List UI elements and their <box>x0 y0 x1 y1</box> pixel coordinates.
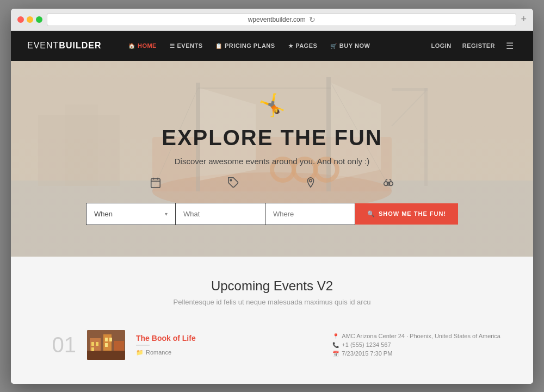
search-icon: 🔍 <box>367 210 375 217</box>
address-icon: 📍 <box>332 333 339 339</box>
section-header: Upcoming Events V2 Pellentesque id felis… <box>44 278 500 306</box>
hero-section: 🤸 EXPLORE THE FUN Discover awesome event… <box>11 61 533 257</box>
nav-link-events[interactable]: ☰ EVENTS <box>164 39 208 52</box>
hero-title: EXPLORE THE FUN <box>162 126 382 150</box>
event-title[interactable]: The Book of Life <box>136 334 322 343</box>
svg-rect-35 <box>105 338 108 341</box>
where-input[interactable] <box>265 203 355 225</box>
nav-label-events: EVENTS <box>177 42 202 49</box>
cart-icon: 🛒 <box>330 43 337 49</box>
hero-content: 🤸 EXPLORE THE FUN Discover awesome event… <box>162 92 382 166</box>
nav-item-home[interactable]: 🏠 HOME <box>123 39 162 52</box>
new-tab-button[interactable]: + <box>521 14 527 25</box>
nav-link-home[interactable]: 🏠 HOME <box>123 39 162 52</box>
date-text: 7/23/2015 7:30 PM <box>342 350 392 357</box>
phone-text: +1 (555) 1234 567 <box>342 341 391 348</box>
event-address: 📍 AMC Arizona Center 24 · Phoenix, Unite… <box>332 333 500 339</box>
search-bar: When ▾ 🔍 SHOW ME THE FUN! <box>86 203 458 225</box>
svg-rect-26 <box>387 182 390 185</box>
nav-label-home: HOME <box>138 42 157 49</box>
svg-point-23 <box>310 179 312 182</box>
nav-label-pages: PAGES <box>295 42 317 49</box>
event-date: 📅 7/23/2015 7:30 PM <box>332 350 500 357</box>
tag-icon-item <box>227 177 239 189</box>
tag-icon <box>227 177 239 189</box>
nav-item-events[interactable]: ☰ EVENTS <box>164 39 208 52</box>
svg-rect-37 <box>105 343 108 347</box>
location-icon <box>305 177 317 189</box>
event-thumbnail <box>87 330 125 360</box>
person-icon: 🤸 <box>162 92 382 118</box>
event-number: 01 <box>44 333 76 357</box>
svg-rect-14 <box>65 104 98 186</box>
home-icon: 🏠 <box>128 43 135 49</box>
svg-rect-32 <box>91 342 94 346</box>
nav-extras: LOGIN REGISTER ☰ <box>428 39 517 53</box>
calendar-icon-item <box>150 177 162 189</box>
nav-item-buynow[interactable]: 🛒 BUY NOW <box>325 39 375 52</box>
when-label: When <box>94 210 113 218</box>
dot-yellow[interactable] <box>27 16 33 23</box>
what-input[interactable] <box>176 203 265 225</box>
svg-point-22 <box>230 179 232 181</box>
svg-rect-16 <box>392 88 428 91</box>
search-button[interactable]: 🔍 SHOW ME THE FUN! <box>355 203 458 225</box>
event-meta: 📍 AMC Arizona Center 24 · Phoenix, Unite… <box>332 333 500 357</box>
location-icon-item <box>305 177 317 189</box>
svg-rect-18 <box>151 178 160 188</box>
brand-logo: EVENTBUILDER <box>27 41 101 51</box>
navbar: EVENTBUILDER 🏠 HOME ☰ EVENTS 📋 PRICING P… <box>11 31 533 61</box>
hamburger-icon[interactable]: ☰ <box>503 39 517 53</box>
nav-login[interactable]: LOGIN <box>428 40 454 51</box>
pages-icon: ★ <box>288 43 294 49</box>
hero-subtitle: Discover awesome events around you. And … <box>162 157 382 166</box>
svg-rect-34 <box>91 347 94 351</box>
address-bar[interactable]: wpeventbuilder.com ↻ <box>47 13 516 26</box>
event-divider <box>136 345 150 346</box>
dot-green[interactable] <box>36 16 42 23</box>
search-button-label: SHOW ME THE FUN! <box>379 210 446 217</box>
address-text: AMC Arizona Center 24 · Phoenix, United … <box>342 333 500 339</box>
table-row: 01 The Book of Life <box>44 322 500 368</box>
section-subtitle: Pellentesque id felis ut neque malesuada… <box>44 298 500 306</box>
event-info: The Book of Life 📁 Romance <box>136 334 322 356</box>
svg-rect-15 <box>424 88 428 186</box>
nav-label-buynow: BUY NOW <box>339 42 370 49</box>
nav-item-pricing[interactable]: 📋 PRICING PLANS <box>210 39 280 52</box>
section-title: Upcoming Events V2 <box>44 278 500 294</box>
nav-label-pricing: PRICING PLANS <box>225 42 275 49</box>
svg-rect-33 <box>96 342 98 346</box>
nav-item-pages[interactable]: ★ PAGES <box>283 39 323 52</box>
folder-icon: 📁 <box>136 349 144 356</box>
nav-register[interactable]: REGISTER <box>459 40 498 51</box>
svg-rect-31 <box>87 351 125 360</box>
browser-window: wpeventbuilder.com ↻ + EVENTBUILDER 🏠 HO… <box>11 9 533 384</box>
category-label: Romance <box>146 349 171 356</box>
brand-bold: BUILDER <box>59 41 101 50</box>
browser-dots <box>17 16 42 23</box>
browser-chrome: wpeventbuilder.com ↻ + <box>11 9 533 31</box>
pricing-icon: 📋 <box>215 43 222 49</box>
content-section: Upcoming Events V2 Pellentesque id felis… <box>11 257 533 384</box>
svg-line-17 <box>392 91 426 126</box>
dot-red[interactable] <box>17 16 24 23</box>
binoculars-icon-item <box>382 177 394 189</box>
nav-link-pricing[interactable]: 📋 PRICING PLANS <box>210 39 280 52</box>
binoculars-icon <box>382 177 394 189</box>
nav-link-pages[interactable]: ★ PAGES <box>283 39 323 52</box>
nav-menu: 🏠 HOME ☰ EVENTS 📋 PRICING PLANS ★ <box>123 39 375 52</box>
event-category: 📁 Romance <box>136 349 322 356</box>
nav-link-buynow[interactable]: 🛒 BUY NOW <box>325 39 375 52</box>
chevron-down-icon: ▾ <box>165 211 168 217</box>
when-field[interactable]: When ▾ <box>86 203 176 225</box>
brand-light: EVENT <box>27 41 59 50</box>
events-icon: ☰ <box>170 43 175 49</box>
svg-rect-36 <box>109 338 112 341</box>
event-phone: 📞 +1 (555) 1234 567 <box>332 341 500 348</box>
refresh-icon[interactable]: ↻ <box>309 15 316 24</box>
phone-icon: 📞 <box>332 342 339 348</box>
search-icons-row <box>117 177 427 189</box>
calendar-icon <box>150 177 162 189</box>
url-text: wpeventbuilder.com <box>248 16 306 23</box>
date-icon: 📅 <box>332 351 339 357</box>
